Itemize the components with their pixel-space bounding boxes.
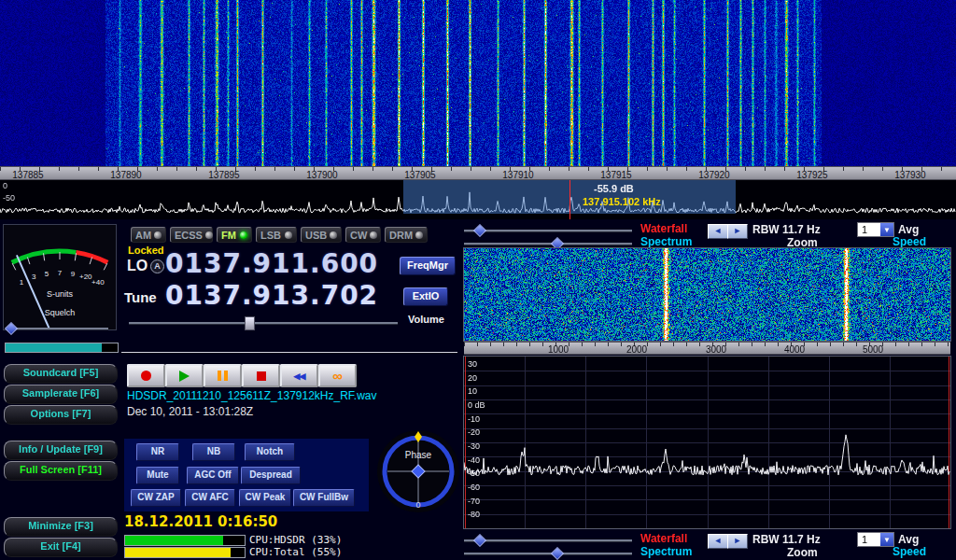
wav-filename: HDSDR_20111210_125611Z_137912kHz_RF.wav xyxy=(127,389,377,402)
freq-tick: 137910 xyxy=(485,170,551,180)
tune-label: Tune xyxy=(124,289,157,305)
chevron-down-icon[interactable]: ▼ xyxy=(880,533,893,546)
lo-frequency-digits[interactable]: 0137.911.600 xyxy=(165,248,378,279)
pause-button[interactable] xyxy=(204,364,242,387)
hdsdr-window: 137885 137890 137895 137900 137905 13791… xyxy=(0,0,956,560)
cursor-frequency-readout: 137.915.102 kHz xyxy=(583,196,661,207)
cw-fullbw-button[interactable]: CW FullBw xyxy=(293,489,355,507)
mode-label: CW xyxy=(350,230,367,241)
exit-button[interactable]: Exit [F4] xyxy=(4,538,118,557)
rewind-button[interactable]: ◀◀ xyxy=(280,364,318,387)
mode-drm-button[interactable]: DRM xyxy=(385,227,428,243)
spectrum-label: Spectrum xyxy=(640,235,692,248)
lo-lock-badge[interactable]: A xyxy=(150,259,164,273)
info-update-button[interactable]: Info / Update [F9] xyxy=(4,441,118,460)
rf-waterfall[interactable] xyxy=(464,248,950,341)
freq-tick: 137915 xyxy=(583,170,649,180)
freq-tick: 1000 xyxy=(526,344,591,355)
tune-frequency-digits[interactable]: 0137.913.702 xyxy=(165,280,378,311)
band-right-arrow-button-bottom[interactable]: ► xyxy=(727,534,748,549)
mode-led-icon xyxy=(285,231,292,239)
squelch-label: Squelch xyxy=(45,308,76,317)
nb-button[interactable]: NB xyxy=(192,443,235,461)
rf-frequency-scale[interactable]: 1000 2000 3000 4000 5000 xyxy=(464,342,950,355)
chevron-down-icon[interactable]: ▼ xyxy=(880,223,893,236)
band-right-arrow-button[interactable]: ► xyxy=(727,224,748,239)
pause-icon xyxy=(218,371,228,381)
options-button[interactable]: Options [F7] xyxy=(4,405,118,425)
zoom-label-bottom: Zoom xyxy=(787,546,818,559)
avg-select-bottom[interactable]: 1 ▼ xyxy=(857,532,894,547)
db-tick: 20 xyxy=(468,373,477,383)
main-frequency-scale[interactable]: 137885 137890 137895 137900 137905 13791… xyxy=(0,166,956,180)
mode-ecss-button[interactable]: ECSS xyxy=(170,227,213,243)
cpu-total-text: CPU:Total (55%) xyxy=(249,546,342,558)
speed-label-bottom: Speed xyxy=(893,545,926,558)
db-tick: 30 xyxy=(468,359,477,369)
mode-cw-button[interactable]: CW xyxy=(345,227,381,243)
mode-led-icon xyxy=(154,231,162,239)
volume-slider-thumb[interactable] xyxy=(245,316,255,330)
signal-level-readout: -55.9 dB xyxy=(594,183,634,194)
spectrum-zoom-slider-track[interactable] xyxy=(464,243,632,245)
waterfall-label-bottom: Waterfall xyxy=(640,532,687,545)
squelch-slider-track[interactable] xyxy=(11,328,108,330)
mode-label: USB xyxy=(305,230,327,241)
volume-label: Volume xyxy=(408,314,444,325)
db-tick: -80 xyxy=(468,510,480,519)
rf-spectrum[interactable] xyxy=(464,357,950,528)
stop-button[interactable] xyxy=(242,364,280,387)
tune-marker-line xyxy=(569,180,570,219)
soundcard-button[interactable]: Soundcard [F5] xyxy=(4,364,118,384)
freqmgr-button[interactable]: FreqMgr xyxy=(400,257,456,275)
phase-scope: Phase 0 xyxy=(376,429,460,513)
lo-label: LO xyxy=(127,258,148,274)
despread-button[interactable]: Despread xyxy=(241,467,301,484)
zoom-label: Zoom xyxy=(787,236,818,249)
s-meter-tick: 1 xyxy=(20,278,24,287)
mode-label: ECSS xyxy=(175,230,203,241)
s-meter-tick: 9 xyxy=(71,270,76,278)
cpu-hdsdr-bar xyxy=(124,535,246,546)
mode-fm-button[interactable]: FM xyxy=(217,227,252,243)
mode-am-button[interactable]: AM xyxy=(131,227,166,243)
minimize-button[interactable]: Minimize [F3] xyxy=(4,517,118,537)
mode-led-icon xyxy=(330,231,337,239)
freq-tick: 4000 xyxy=(762,344,827,355)
waterfall-contrast-slider-track[interactable] xyxy=(464,230,632,232)
fullscreen-button[interactable]: Full Screen [F11] xyxy=(4,461,118,481)
extio-button[interactable]: ExtIO xyxy=(403,287,448,306)
record-button[interactable] xyxy=(127,364,165,387)
db-tick: 0 dB xyxy=(468,400,485,410)
cw-peak-button[interactable]: CW Peak xyxy=(239,489,291,507)
samplerate-button[interactable]: Samplerate [F6] xyxy=(4,385,118,404)
db-tick: -60 xyxy=(468,483,480,492)
waterfall-contrast-slider-track-bottom[interactable] xyxy=(464,539,632,542)
db-tick: -20 xyxy=(468,427,480,437)
band-left-arrow-button[interactable]: ◄ xyxy=(708,224,728,239)
overview-db-max: 0 xyxy=(3,181,7,190)
db-tick: -50 xyxy=(468,469,480,478)
db-tick: 10 xyxy=(468,386,477,396)
volume-slider-track[interactable] xyxy=(129,322,398,325)
play-button[interactable] xyxy=(165,364,204,387)
mode-led-icon xyxy=(240,231,247,239)
mode-label: FM xyxy=(221,230,236,241)
main-waterfall[interactable] xyxy=(0,0,956,166)
freq-tick: 2000 xyxy=(604,344,669,355)
nr-button[interactable]: NR xyxy=(136,443,179,461)
mode-usb-button[interactable]: USB xyxy=(301,227,342,243)
loop-button[interactable]: ∞ xyxy=(318,364,357,387)
cw-afc-button[interactable]: CW AFC xyxy=(185,489,235,507)
freq-tick: 137895 xyxy=(191,170,257,180)
spectrum-zoom-slider-track-bottom[interactable] xyxy=(464,553,632,555)
db-tick: -10 xyxy=(468,414,480,424)
cw-zap-button[interactable]: CW ZAP xyxy=(131,489,181,507)
avg-select[interactable]: 1 ▼ xyxy=(857,222,894,237)
mute-button[interactable]: Mute xyxy=(136,467,179,484)
mode-label: LSB xyxy=(260,230,281,241)
mode-lsb-button[interactable]: LSB xyxy=(256,227,297,243)
agc-off-button[interactable]: AGC Off xyxy=(187,467,239,484)
band-left-arrow-button-bottom[interactable]: ◄ xyxy=(708,534,728,549)
notch-button[interactable]: Notch xyxy=(245,443,295,461)
